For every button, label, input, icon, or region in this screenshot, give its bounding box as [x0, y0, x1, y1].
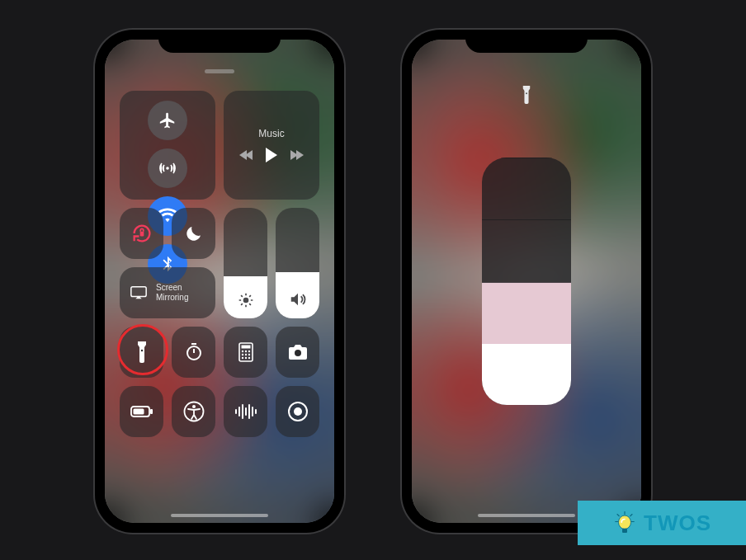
home-indicator[interactable] — [171, 514, 268, 517]
brightness-slider[interactable] — [224, 208, 267, 318]
svg-point-32 — [192, 405, 196, 408]
screen-flashlight-level — [412, 40, 641, 523]
brightness-icon — [238, 292, 254, 308]
voice-memos-button[interactable] — [224, 386, 267, 437]
flashlight-segment-3 — [482, 219, 571, 281]
svg-rect-11 — [131, 287, 146, 297]
orientation-lock-icon — [130, 222, 153, 245]
svg-line-8 — [249, 304, 251, 305]
battery-icon — [130, 405, 153, 418]
accessibility-button[interactable] — [172, 386, 215, 437]
music-controls — [239, 148, 304, 162]
svg-point-20 — [248, 351, 249, 352]
flashlight-status-icon — [522, 86, 531, 104]
svg-point-23 — [248, 354, 249, 355]
control-center-grid: Music — [105, 40, 334, 523]
svg-rect-29 — [150, 409, 153, 414]
volume-slider[interactable] — [276, 208, 319, 318]
phone-pair: Music — [0, 0, 746, 533]
camera-icon — [288, 344, 308, 360]
svg-rect-30 — [133, 409, 144, 415]
watermark-label: TWOS — [644, 511, 711, 536]
screen-mirroring-button[interactable]: Screen Mirroring — [120, 267, 215, 318]
svg-point-42 — [526, 92, 527, 94]
svg-rect-49 — [622, 529, 627, 533]
svg-rect-17 — [241, 346, 250, 349]
orientation-lock-button[interactable] — [120, 208, 163, 259]
music-label: Music — [258, 128, 284, 139]
next-track-button[interactable] — [292, 150, 304, 160]
airplane-icon — [158, 111, 177, 129]
home-indicator[interactable] — [478, 514, 575, 517]
svg-point-27 — [295, 350, 301, 356]
music-panel[interactable]: Music — [224, 91, 319, 200]
svg-point-21 — [241, 354, 243, 355]
screen-record-button[interactable] — [276, 386, 319, 437]
phone-left: Music — [95, 30, 344, 533]
svg-point-0 — [166, 167, 169, 170]
svg-point-2 — [243, 298, 248, 304]
play-button[interactable] — [266, 148, 277, 162]
svg-line-44 — [617, 515, 619, 516]
lightbulb-icon — [612, 511, 637, 535]
svg-point-25 — [244, 357, 246, 359]
phone-right — [402, 30, 651, 533]
volume-icon — [289, 290, 307, 308]
moon-icon — [184, 224, 204, 243]
flashlight-segment-4 — [482, 158, 571, 219]
svg-point-22 — [244, 354, 246, 355]
svg-point-48 — [619, 515, 631, 529]
record-icon — [287, 401, 309, 422]
svg-point-26 — [248, 357, 249, 359]
control-center-grabber[interactable] — [205, 69, 234, 73]
svg-line-9 — [241, 304, 243, 305]
airplane-mode-toggle[interactable] — [148, 101, 187, 140]
notch — [158, 30, 281, 53]
do-not-disturb-button[interactable] — [172, 208, 215, 259]
flashlight-icon — [522, 86, 531, 104]
screen-control-center: Music — [105, 40, 334, 523]
svg-point-41 — [294, 407, 302, 416]
flashlight-segment-1 — [482, 344, 571, 405]
cellular-data-toggle[interactable] — [148, 148, 187, 188]
svg-point-18 — [241, 351, 243, 352]
timer-button[interactable] — [172, 327, 215, 378]
svg-line-10 — [249, 295, 251, 297]
screen-mirroring-icon — [130, 285, 148, 301]
cellular-icon — [158, 158, 177, 178]
camera-button[interactable] — [276, 327, 319, 378]
previous-track-button[interactable] — [239, 150, 251, 160]
svg-line-45 — [630, 515, 632, 516]
flashlight-level-slider[interactable] — [482, 158, 571, 405]
low-power-button[interactable] — [120, 386, 163, 437]
flashlight-segment-2 — [482, 282, 571, 344]
timer-icon — [184, 342, 204, 362]
svg-point-12 — [140, 350, 142, 351]
svg-line-7 — [241, 295, 243, 297]
calculator-icon — [238, 342, 253, 362]
svg-point-24 — [241, 357, 243, 359]
connectivity-panel[interactable] — [120, 91, 215, 200]
watermark: TWOS — [578, 501, 746, 545]
svg-point-19 — [244, 351, 246, 352]
notch — [465, 30, 588, 53]
waveform-icon — [234, 403, 257, 420]
flashlight-icon — [136, 341, 148, 363]
flashlight-button[interactable] — [120, 327, 163, 378]
screen-mirroring-label: Screen Mirroring — [156, 283, 188, 303]
svg-rect-1 — [139, 232, 144, 237]
accessibility-icon — [183, 401, 205, 422]
calculator-button[interactable] — [224, 327, 267, 378]
